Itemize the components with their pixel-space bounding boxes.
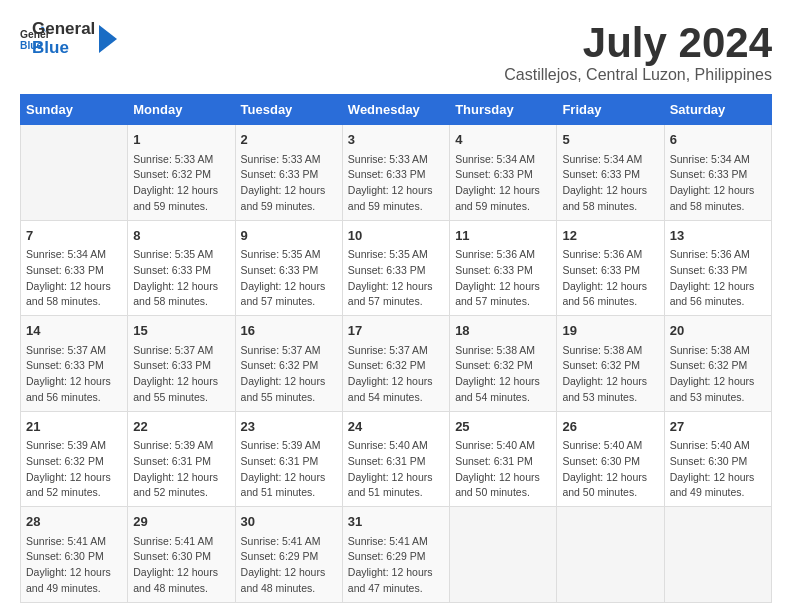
- day-info: Sunrise: 5:34 AMSunset: 6:33 PMDaylight:…: [670, 152, 766, 215]
- day-number: 8: [133, 226, 229, 246]
- calendar-week-row: 7Sunrise: 5:34 AMSunset: 6:33 PMDaylight…: [21, 220, 772, 316]
- calendar-header-friday: Friday: [557, 95, 664, 125]
- calendar-cell: 19Sunrise: 5:38 AMSunset: 6:32 PMDayligh…: [557, 316, 664, 412]
- day-number: 13: [670, 226, 766, 246]
- day-number: 6: [670, 130, 766, 150]
- calendar-cell: [21, 125, 128, 221]
- calendar-header-sunday: Sunday: [21, 95, 128, 125]
- calendar-cell: 1Sunrise: 5:33 AMSunset: 6:32 PMDaylight…: [128, 125, 235, 221]
- day-number: 15: [133, 321, 229, 341]
- day-info: Sunrise: 5:38 AMSunset: 6:32 PMDaylight:…: [670, 343, 766, 406]
- calendar-header-monday: Monday: [128, 95, 235, 125]
- day-number: 17: [348, 321, 444, 341]
- calendar-table: SundayMondayTuesdayWednesdayThursdayFrid…: [20, 94, 772, 603]
- day-info: Sunrise: 5:41 AMSunset: 6:29 PMDaylight:…: [241, 534, 337, 597]
- page-subtitle: Castillejos, Central Luzon, Philippines: [504, 66, 772, 84]
- day-info: Sunrise: 5:36 AMSunset: 6:33 PMDaylight:…: [670, 247, 766, 310]
- day-info: Sunrise: 5:41 AMSunset: 6:29 PMDaylight:…: [348, 534, 444, 597]
- calendar-cell: 15Sunrise: 5:37 AMSunset: 6:33 PMDayligh…: [128, 316, 235, 412]
- day-info: Sunrise: 5:41 AMSunset: 6:30 PMDaylight:…: [26, 534, 122, 597]
- day-info: Sunrise: 5:39 AMSunset: 6:32 PMDaylight:…: [26, 438, 122, 501]
- calendar-cell: 20Sunrise: 5:38 AMSunset: 6:32 PMDayligh…: [664, 316, 771, 412]
- calendar-cell: 11Sunrise: 5:36 AMSunset: 6:33 PMDayligh…: [450, 220, 557, 316]
- day-info: Sunrise: 5:37 AMSunset: 6:32 PMDaylight:…: [241, 343, 337, 406]
- calendar-header-tuesday: Tuesday: [235, 95, 342, 125]
- day-number: 28: [26, 512, 122, 532]
- day-number: 27: [670, 417, 766, 437]
- day-number: 16: [241, 321, 337, 341]
- calendar-week-row: 14Sunrise: 5:37 AMSunset: 6:33 PMDayligh…: [21, 316, 772, 412]
- calendar-week-row: 1Sunrise: 5:33 AMSunset: 6:32 PMDaylight…: [21, 125, 772, 221]
- day-info: Sunrise: 5:38 AMSunset: 6:32 PMDaylight:…: [455, 343, 551, 406]
- day-number: 21: [26, 417, 122, 437]
- calendar-cell: 30Sunrise: 5:41 AMSunset: 6:29 PMDayligh…: [235, 507, 342, 603]
- day-number: 23: [241, 417, 337, 437]
- calendar-cell: 23Sunrise: 5:39 AMSunset: 6:31 PMDayligh…: [235, 411, 342, 507]
- calendar-cell: [557, 507, 664, 603]
- day-info: Sunrise: 5:35 AMSunset: 6:33 PMDaylight:…: [241, 247, 337, 310]
- logo: General Blue General Blue: [20, 20, 117, 57]
- calendar-cell: 26Sunrise: 5:40 AMSunset: 6:30 PMDayligh…: [557, 411, 664, 507]
- day-number: 2: [241, 130, 337, 150]
- day-info: Sunrise: 5:33 AMSunset: 6:33 PMDaylight:…: [241, 152, 337, 215]
- day-info: Sunrise: 5:39 AMSunset: 6:31 PMDaylight:…: [133, 438, 229, 501]
- calendar-cell: 28Sunrise: 5:41 AMSunset: 6:30 PMDayligh…: [21, 507, 128, 603]
- day-number: 11: [455, 226, 551, 246]
- calendar-cell: 10Sunrise: 5:35 AMSunset: 6:33 PMDayligh…: [342, 220, 449, 316]
- day-number: 9: [241, 226, 337, 246]
- logo-arrow-icon: [99, 25, 117, 53]
- calendar-cell: 9Sunrise: 5:35 AMSunset: 6:33 PMDaylight…: [235, 220, 342, 316]
- calendar-cell: 4Sunrise: 5:34 AMSunset: 6:33 PMDaylight…: [450, 125, 557, 221]
- calendar-header-row: SundayMondayTuesdayWednesdayThursdayFrid…: [21, 95, 772, 125]
- day-number: 1: [133, 130, 229, 150]
- day-info: Sunrise: 5:36 AMSunset: 6:33 PMDaylight:…: [455, 247, 551, 310]
- calendar-cell: 3Sunrise: 5:33 AMSunset: 6:33 PMDaylight…: [342, 125, 449, 221]
- day-number: 5: [562, 130, 658, 150]
- page-title: July 2024: [504, 20, 772, 66]
- day-info: Sunrise: 5:40 AMSunset: 6:31 PMDaylight:…: [455, 438, 551, 501]
- day-number: 24: [348, 417, 444, 437]
- day-number: 22: [133, 417, 229, 437]
- day-number: 20: [670, 321, 766, 341]
- calendar-cell: [664, 507, 771, 603]
- day-number: 4: [455, 130, 551, 150]
- calendar-week-row: 28Sunrise: 5:41 AMSunset: 6:30 PMDayligh…: [21, 507, 772, 603]
- calendar-cell: 13Sunrise: 5:36 AMSunset: 6:33 PMDayligh…: [664, 220, 771, 316]
- day-number: 7: [26, 226, 122, 246]
- header: General Blue General Blue July 2024 Cast…: [20, 20, 772, 84]
- calendar-cell: 7Sunrise: 5:34 AMSunset: 6:33 PMDaylight…: [21, 220, 128, 316]
- day-info: Sunrise: 5:40 AMSunset: 6:30 PMDaylight:…: [670, 438, 766, 501]
- day-info: Sunrise: 5:38 AMSunset: 6:32 PMDaylight:…: [562, 343, 658, 406]
- day-info: Sunrise: 5:37 AMSunset: 6:33 PMDaylight:…: [26, 343, 122, 406]
- day-info: Sunrise: 5:41 AMSunset: 6:30 PMDaylight:…: [133, 534, 229, 597]
- calendar-cell: 17Sunrise: 5:37 AMSunset: 6:32 PMDayligh…: [342, 316, 449, 412]
- day-info: Sunrise: 5:35 AMSunset: 6:33 PMDaylight:…: [133, 247, 229, 310]
- calendar-header-saturday: Saturday: [664, 95, 771, 125]
- day-number: 26: [562, 417, 658, 437]
- logo-blue-text: Blue: [32, 39, 95, 58]
- day-info: Sunrise: 5:35 AMSunset: 6:33 PMDaylight:…: [348, 247, 444, 310]
- calendar-cell: 5Sunrise: 5:34 AMSunset: 6:33 PMDaylight…: [557, 125, 664, 221]
- calendar-cell: 12Sunrise: 5:36 AMSunset: 6:33 PMDayligh…: [557, 220, 664, 316]
- day-info: Sunrise: 5:34 AMSunset: 6:33 PMDaylight:…: [26, 247, 122, 310]
- calendar-week-row: 21Sunrise: 5:39 AMSunset: 6:32 PMDayligh…: [21, 411, 772, 507]
- calendar-cell: 29Sunrise: 5:41 AMSunset: 6:30 PMDayligh…: [128, 507, 235, 603]
- calendar-cell: 2Sunrise: 5:33 AMSunset: 6:33 PMDaylight…: [235, 125, 342, 221]
- calendar-header-wednesday: Wednesday: [342, 95, 449, 125]
- day-info: Sunrise: 5:37 AMSunset: 6:33 PMDaylight:…: [133, 343, 229, 406]
- logo-general-text: General: [32, 20, 95, 39]
- day-info: Sunrise: 5:34 AMSunset: 6:33 PMDaylight:…: [455, 152, 551, 215]
- day-number: 30: [241, 512, 337, 532]
- day-number: 3: [348, 130, 444, 150]
- day-info: Sunrise: 5:39 AMSunset: 6:31 PMDaylight:…: [241, 438, 337, 501]
- day-info: Sunrise: 5:33 AMSunset: 6:33 PMDaylight:…: [348, 152, 444, 215]
- calendar-cell: 21Sunrise: 5:39 AMSunset: 6:32 PMDayligh…: [21, 411, 128, 507]
- day-info: Sunrise: 5:34 AMSunset: 6:33 PMDaylight:…: [562, 152, 658, 215]
- calendar-cell: 27Sunrise: 5:40 AMSunset: 6:30 PMDayligh…: [664, 411, 771, 507]
- calendar-cell: [450, 507, 557, 603]
- day-number: 12: [562, 226, 658, 246]
- calendar-cell: 22Sunrise: 5:39 AMSunset: 6:31 PMDayligh…: [128, 411, 235, 507]
- calendar-cell: 18Sunrise: 5:38 AMSunset: 6:32 PMDayligh…: [450, 316, 557, 412]
- calendar-cell: 25Sunrise: 5:40 AMSunset: 6:31 PMDayligh…: [450, 411, 557, 507]
- day-number: 14: [26, 321, 122, 341]
